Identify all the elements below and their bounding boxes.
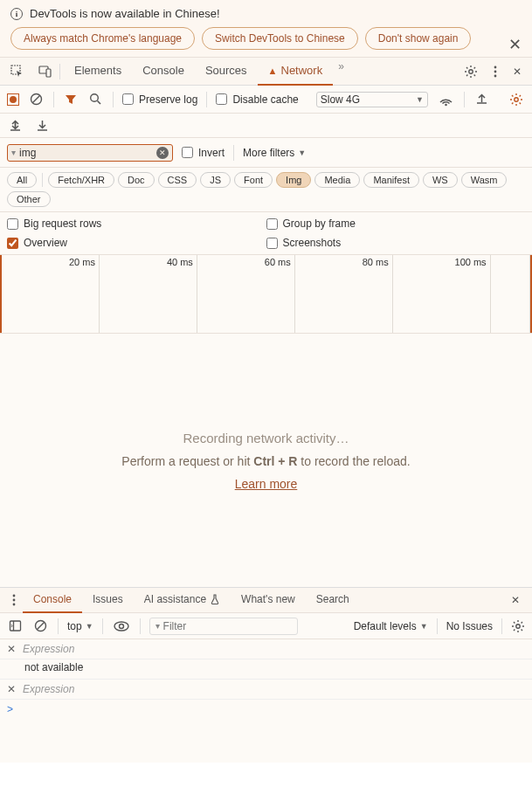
svg-line-8 [33,96,40,103]
filter-toggle-icon[interactable] [63,92,79,107]
type-other[interactable]: Other [7,191,51,207]
overview-checkbox[interactable]: Overview [7,237,266,249]
svg-point-20 [114,622,128,631]
device-toggle-icon[interactable] [31,59,59,84]
drawer-menu-icon[interactable] [5,588,23,612]
filter-input-wrap[interactable]: ▾ ✕ [7,144,173,162]
console-settings-icon[interactable] [511,619,525,633]
svg-point-12 [515,97,518,100]
empty-subtitle: Perform a request or hit Ctrl + R to rec… [121,454,410,468]
console-prompt[interactable]: > [0,700,532,719]
chevron-down-icon: ▼ [416,95,424,104]
type-fetch[interactable]: Fetch/XHR [48,172,114,188]
type-doc[interactable]: Doc [118,172,155,188]
close-devtools-icon[interactable]: ✕ [506,60,529,83]
chevron-down-icon: ▼ [420,622,428,631]
tab-elements[interactable]: Elements [64,57,132,86]
preserve-log-checkbox[interactable]: Preserve log [122,93,197,106]
chevron-down-icon: ▼ [86,622,93,631]
export-har-icon[interactable] [7,117,24,134]
svg-point-21 [119,624,123,628]
context-select[interactable]: top ▼ [67,620,93,632]
svg-point-15 [13,604,16,606]
dont-show-again-button[interactable]: Don't show again [365,27,472,50]
download-har-icon[interactable] [34,117,51,134]
svg-point-6 [494,74,497,77]
kebab-menu-icon[interactable] [487,59,504,84]
throttle-select[interactable]: Slow 4G ▼ [316,92,428,107]
tab-console[interactable]: Console [132,57,195,86]
learn-more-link[interactable]: Learn more [235,477,298,491]
log-levels-select[interactable]: Default levels ▼ [354,620,428,632]
console-clear-icon[interactable] [32,618,49,634]
timeline-tick: 40 ms [167,257,193,267]
timeline-tick: 80 ms [363,257,389,267]
drawer-tab-console[interactable]: Console [23,587,82,613]
live-expression-icon[interactable] [112,619,131,633]
view-options: Big request rows Overview Group by frame… [0,212,532,255]
more-tabs-icon[interactable]: » [333,57,349,86]
type-js[interactable]: JS [200,172,231,188]
svg-line-10 [98,101,101,105]
timeline-overview[interactable]: 20 ms 40 ms 60 ms 80 ms 100 ms [0,255,532,334]
network-toolbar: Preserve log Disable cache Slow 4G ▼ [0,86,532,114]
type-all[interactable]: All [7,172,37,188]
inspect-icon[interactable] [3,59,31,84]
clear-icon[interactable] [28,91,45,107]
record-button[interactable] [7,93,19,106]
screenshots-checkbox[interactable]: Screenshots [266,237,526,249]
network-settings-icon[interactable] [508,91,525,108]
type-media[interactable]: Media [314,172,360,188]
type-css[interactable]: CSS [158,172,197,188]
type-ws[interactable]: WS [423,172,458,188]
live-expression-row: ✕ Expression [0,639,532,659]
type-font[interactable]: Font [234,172,273,188]
timeline-tick: 100 ms [455,257,487,267]
infobar-title: DevTools is now available in Chinese! [30,7,220,20]
svg-point-3 [469,69,473,72]
drawer-tab-search[interactable]: Search [306,587,360,613]
empty-title: Recording network activity… [183,431,349,445]
har-toolbar [0,114,532,138]
import-har-icon[interactable] [473,91,490,107]
tab-network[interactable]: ▲ Network [258,57,334,86]
expression-input[interactable]: Expression [23,683,525,695]
filter-input[interactable] [19,147,156,159]
flask-icon [210,594,220,604]
chevron-down-icon: ▼ [298,148,306,157]
type-wasm[interactable]: Wasm [461,172,508,188]
more-filters-dropdown[interactable]: More filters ▼ [243,147,306,159]
console-filter-input[interactable]: ▾ [149,618,298,635]
disable-cache-checkbox[interactable]: Disable cache [216,93,298,106]
drawer-tab-ai[interactable]: AI assistance [134,587,231,613]
big-rows-checkbox[interactable]: Big request rows [7,217,266,230]
network-conditions-icon[interactable] [437,90,455,108]
timeline-tick: 60 ms [265,257,291,267]
close-icon[interactable]: ✕ [508,35,522,54]
warning-icon: ▲ [268,66,278,76]
tab-sources[interactable]: Sources [195,57,258,86]
invert-checkbox[interactable]: Invert [182,147,225,159]
svg-point-9 [91,94,99,102]
settings-icon[interactable] [457,59,485,84]
group-frame-checkbox[interactable]: Group by frame [266,217,526,230]
type-img[interactable]: Img [276,172,311,188]
svg-point-4 [494,66,497,68]
close-drawer-icon[interactable]: ✕ [504,589,527,611]
issues-count[interactable]: No Issues [446,620,493,632]
expression-input[interactable]: Expression [23,643,525,655]
type-manifest[interactable]: Manifest [363,172,419,188]
drawer-tab-whatsnew[interactable]: What's new [231,587,306,613]
remove-expression-icon[interactable]: ✕ [7,683,16,695]
match-language-button[interactable]: Always match Chrome's language [10,27,195,50]
console-sidebar-icon[interactable] [7,618,24,634]
drawer-tab-issues[interactable]: Issues [82,587,134,613]
live-expression-row: ✕ Expression [0,680,532,700]
clear-filter-icon[interactable]: ✕ [156,147,169,159]
switch-language-button[interactable]: Switch DevTools to Chinese [202,27,358,50]
remove-expression-icon[interactable]: ✕ [7,643,16,655]
language-infobar: i DevTools is now available in Chinese! … [0,0,532,58]
svg-point-11 [445,104,447,107]
svg-point-13 [13,595,16,597]
search-icon[interactable] [87,91,104,107]
